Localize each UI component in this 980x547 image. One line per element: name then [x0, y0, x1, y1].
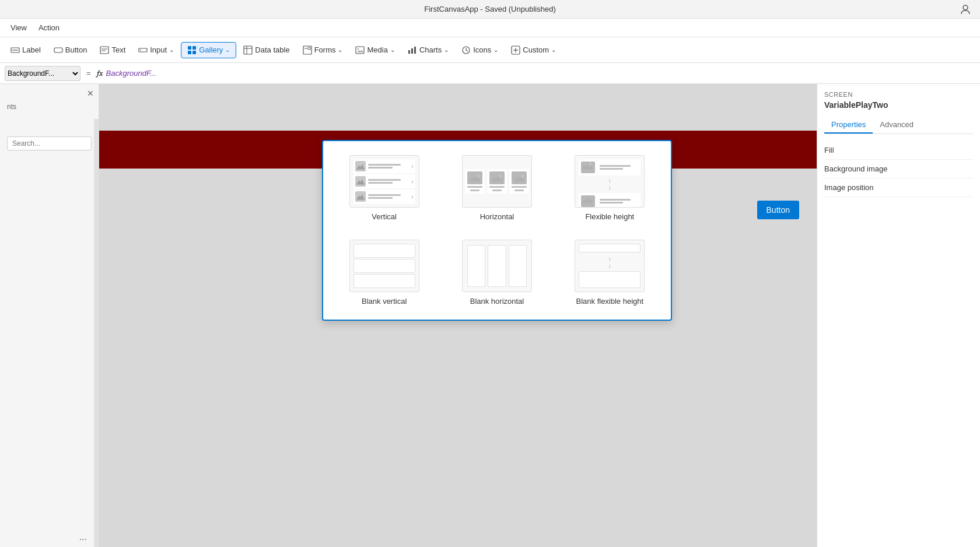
- app-title: FirstCanvasApp - Saved (Unpublished): [424, 5, 555, 13]
- svg-rect-13: [244, 46, 252, 54]
- gallery-item-horizontal-label: Horizontal: [480, 212, 514, 221]
- tab-properties[interactable]: Properties: [824, 117, 873, 134]
- media-btn-text: Media: [367, 45, 387, 54]
- datatable-button[interactable]: Data table: [237, 43, 295, 58]
- svg-point-0: [963, 5, 968, 10]
- forms-chevron-icon: ⌄: [338, 47, 342, 53]
- gallery-button[interactable]: Gallery ⌄: [181, 42, 236, 58]
- text-button[interactable]: Text: [94, 43, 131, 58]
- formula-fx-icon: 𝑓𝑥: [97, 69, 103, 78]
- forms-icon: [303, 45, 312, 55]
- forms-button[interactable]: Forms ⌄: [297, 43, 349, 58]
- media-chevron-icon: ⌄: [390, 47, 395, 53]
- custom-btn-text: Custom: [523, 45, 549, 54]
- user-icon[interactable]: [960, 4, 971, 15]
- charts-chevron-icon: ⌄: [444, 47, 449, 53]
- gallery-icon: [187, 45, 197, 55]
- icons-button[interactable]: Icons ⌄: [456, 43, 504, 58]
- svg-rect-10: [192, 46, 196, 50]
- charts-icon: [408, 45, 417, 55]
- gallery-preview-horizontal: [462, 155, 532, 208]
- gallery-preview-blank-horizontal: [462, 240, 532, 292]
- gallery-preview-flexible-height: ↑↓: [575, 155, 645, 208]
- datatable-icon: [243, 45, 253, 55]
- gallery-item-vertical[interactable]: › ›: [332, 150, 436, 226]
- prop-fill[interactable]: Fill: [824, 141, 973, 160]
- svg-point-31: [522, 175, 524, 177]
- svg-rect-21: [408, 50, 410, 54]
- svg-rect-22: [411, 48, 413, 54]
- gallery-preview-blank-flexible-height: ↑↓: [575, 240, 645, 292]
- left-panel: ✕ nts ···: [0, 84, 99, 547]
- icons-btn-text: Icons: [473, 45, 491, 54]
- toolbar: Label Button Text Input ⌄ Gallery ⌄ Data…: [0, 37, 980, 63]
- svg-rect-9: [188, 46, 191, 50]
- datatable-btn-text: Data table: [255, 45, 289, 54]
- right-panel-tabs: Properties Advanced: [824, 117, 973, 134]
- button-button[interactable]: Button: [48, 43, 93, 58]
- gallery-chevron-icon: ⌄: [225, 47, 230, 53]
- top-bar: View Action: [0, 19, 980, 37]
- gallery-item-blank-vertical[interactable]: Blank vertical: [332, 235, 436, 310]
- custom-button[interactable]: Custom ⌄: [505, 43, 562, 58]
- input-chevron-icon: ⌄: [169, 47, 174, 53]
- gallery-item-flexible-label: Flexible height: [585, 212, 634, 221]
- gallery-item-vertical-label: Vertical: [372, 212, 397, 221]
- custom-chevron-icon: ⌄: [551, 47, 556, 53]
- media-icon: [355, 45, 365, 55]
- svg-rect-19: [356, 47, 364, 54]
- tab-advanced[interactable]: Advanced: [873, 117, 921, 134]
- svg-point-28: [362, 164, 364, 166]
- formula-bar: BackgroundF... = 𝑓𝑥 BackgroundF...: [0, 63, 980, 84]
- svg-rect-11: [188, 51, 191, 54]
- right-panel: SCREEN VariablePlayTwo Properties Advanc…: [817, 84, 980, 547]
- button-icon: [54, 45, 63, 55]
- formula-eq-icon: =: [84, 69, 93, 78]
- gallery-item-horizontal[interactable]: Horizontal: [445, 150, 548, 226]
- icons-icon: [461, 45, 471, 55]
- input-btn-text: Input: [150, 45, 167, 54]
- close-icon[interactable]: ✕: [87, 89, 94, 98]
- prop-image-position[interactable]: Image position: [824, 178, 973, 197]
- gallery-grid: › ›: [332, 150, 662, 310]
- property-selector[interactable]: BackgroundF...: [5, 66, 80, 81]
- custom-icon: [511, 45, 520, 55]
- media-button[interactable]: Media ⌄: [349, 43, 400, 58]
- gallery-btn-text: Gallery: [199, 45, 223, 54]
- svg-rect-12: [192, 51, 196, 54]
- header-icons: [960, 4, 971, 15]
- label-button[interactable]: Label: [5, 43, 47, 58]
- left-panel-search[interactable]: [7, 136, 92, 150]
- charts-btn-text: Charts: [419, 45, 442, 54]
- gallery-item-flexible-height[interactable]: ↑↓: [558, 150, 662, 226]
- icons-chevron-icon: ⌄: [494, 47, 498, 53]
- main-layout: ✕ nts ··· Button: [0, 84, 980, 547]
- text-btn-text: Text: [111, 45, 125, 54]
- svg-rect-4: [100, 47, 108, 54]
- charts-button[interactable]: Charts ⌄: [402, 43, 454, 58]
- gallery-item-blank-horizontal[interactable]: Blank horizontal: [445, 235, 548, 310]
- gallery-preview-blank-vertical: [349, 240, 419, 292]
- nav-action[interactable]: Action: [33, 21, 65, 34]
- nav-view[interactable]: View: [5, 21, 33, 34]
- right-panel-screen-name: VariablePlayTwo: [824, 100, 973, 110]
- gallery-item-blank-flexible-height[interactable]: ↑↓ Blank flexible height: [558, 235, 662, 310]
- formula-value: BackgroundF...: [106, 69, 156, 78]
- left-panel-scrollbar[interactable]: [94, 119, 99, 547]
- canvas-area: Button: [99, 84, 817, 547]
- gallery-item-blank-vertical-label: Blank vertical: [362, 297, 407, 306]
- prop-background-image[interactable]: Background image: [824, 160, 973, 178]
- left-panel-title: nts: [0, 84, 99, 115]
- right-panel-screen-label: SCREEN: [824, 91, 973, 98]
- svg-point-29: [477, 175, 480, 177]
- gallery-item-blank-flexible-label: Blank flexible height: [576, 297, 644, 306]
- svg-point-30: [499, 175, 502, 177]
- gallery-item-blank-horizontal-label: Blank horizontal: [470, 297, 524, 306]
- left-panel-more[interactable]: ···: [79, 534, 87, 545]
- text-icon: [100, 45, 109, 55]
- svg-rect-18: [308, 47, 310, 50]
- input-button[interactable]: Input ⌄: [132, 43, 180, 58]
- svg-point-20: [358, 48, 359, 50]
- canvas-button-elem[interactable]: Button: [757, 201, 799, 219]
- svg-rect-23: [414, 47, 416, 54]
